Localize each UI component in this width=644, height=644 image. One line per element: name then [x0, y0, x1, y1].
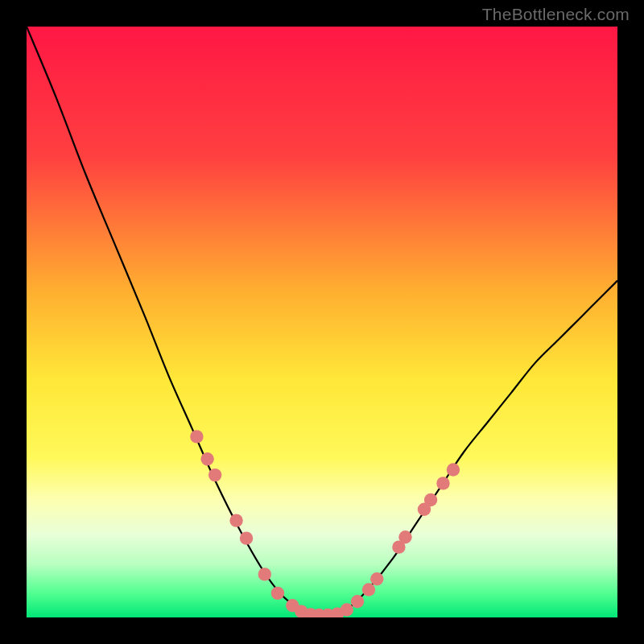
- data-point-marker: [398, 530, 411, 543]
- data-point-marker: [424, 493, 437, 506]
- watermark-text: TheBottleneck.com: [482, 5, 630, 24]
- data-point-marker: [271, 587, 284, 600]
- data-point-marker: [208, 469, 221, 481]
- data-point-marker: [370, 572, 383, 585]
- data-point-marker: [362, 583, 375, 596]
- data-point-marker: [436, 477, 449, 489]
- data-point-marker: [190, 430, 203, 443]
- data-point-marker: [341, 603, 353, 616]
- chart-plot-area: [27, 27, 617, 617]
- gradient-background: [27, 27, 617, 617]
- data-point-marker: [240, 531, 253, 544]
- chart-container: { "watermark": "TheBottleneck.com", "cha…: [0, 0, 644, 644]
- data-point-marker: [258, 568, 271, 580]
- chart-svg: [27, 27, 617, 617]
- data-point-marker: [200, 452, 213, 465]
- data-point-marker: [229, 514, 242, 526]
- data-point-marker: [351, 595, 364, 608]
- data-point-marker: [447, 463, 460, 476]
